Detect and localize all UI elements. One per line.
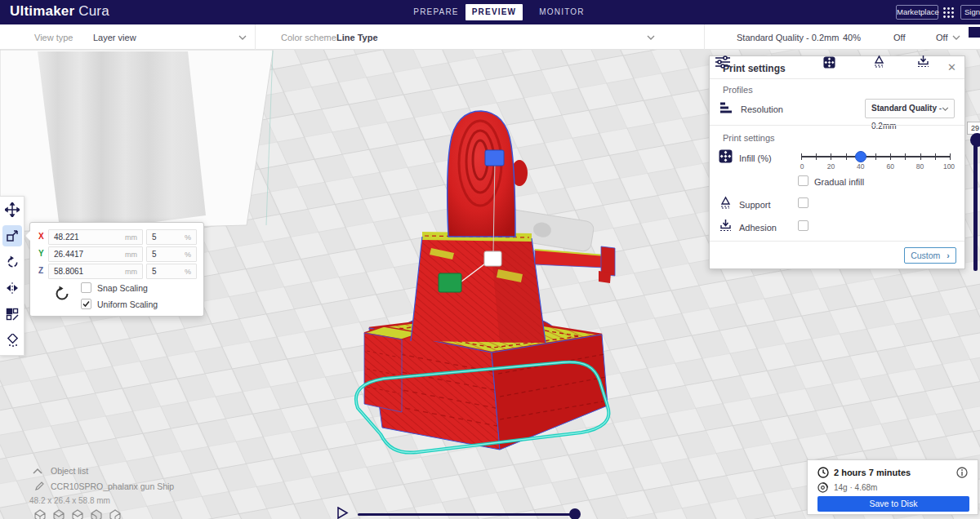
chevron-down-icon[interactable] (238, 35, 247, 40)
tab-preview[interactable]: PREVIEW (466, 4, 523, 20)
chevron-right-icon: › (947, 251, 950, 260)
support-label: Support (739, 200, 771, 210)
scale-x-pct-input[interactable]: 5% (146, 229, 197, 245)
rotate-tool-button[interactable] (0, 249, 24, 275)
resolution-dropdown[interactable]: Standard Quality - 0.2mm (865, 99, 955, 118)
tick-label: 40 (857, 162, 864, 171)
collapse-caret-icon[interactable] (33, 468, 42, 474)
axis-z-label: Z (38, 266, 43, 275)
snap-scaling-label: Snap Scaling (97, 283, 148, 293)
scale-tool-button[interactable] (0, 223, 24, 249)
brim-outline (356, 362, 608, 453)
chevron-down-icon[interactable] (647, 35, 655, 40)
infill-slider-track[interactable] (801, 156, 950, 157)
simulation-scrubber-handle[interactable] (569, 508, 581, 519)
scale-tool-panel: X 48.221mm 5% Y 26.4417mm 5% Z 58.8061mm… (29, 222, 204, 317)
chevron-down-icon[interactable] (952, 35, 960, 40)
material-estimate: 14g · 4.68m (834, 483, 877, 492)
pencil-icon (34, 481, 45, 491)
print-settings-section-label: Print settings (723, 133, 775, 143)
support-checkbox[interactable] (798, 197, 808, 208)
scale-y-mm-input[interactable]: 26.4417mm (48, 246, 143, 262)
profiles-section-label: Profiles (723, 85, 753, 95)
view-type-value[interactable]: Layer view (93, 33, 136, 42)
tool-column (0, 196, 24, 356)
scale-handle-y[interactable] (439, 273, 461, 292)
gray-slab-object (485, 206, 595, 252)
layer-slider-track[interactable] (973, 142, 978, 271)
logo-ultimaker: Ultimaker (10, 3, 74, 19)
layers-icon (719, 100, 733, 115)
axis-y-label: Y (38, 249, 44, 258)
scale-handle-z[interactable] (485, 150, 504, 166)
infill-label: Infill (%) (739, 153, 772, 163)
tick-label: 20 (827, 162, 835, 171)
adhesion-icon (916, 55, 930, 69)
infill-summary-value: 40% (843, 33, 861, 42)
scale-z-mm-input[interactable]: 58.8061mm (48, 264, 143, 279)
infill-icon (719, 149, 733, 163)
per-model-settings-button[interactable] (0, 301, 24, 327)
play-icon[interactable] (336, 507, 350, 519)
object-dimensions: 48.2 x 26.4 x 58.8 mm (29, 496, 110, 505)
profile-summary[interactable]: Standard Quality - 0.2mm (737, 33, 839, 42)
logo-cura: Cura (78, 3, 109, 19)
sliders-icon (715, 55, 730, 69)
color-scheme-value[interactable]: Line Type (336, 33, 378, 42)
support-summary-value: Off (893, 33, 905, 42)
scale-x-mm-input[interactable]: 48.221mm (48, 229, 143, 245)
tab-prepare[interactable]: PREPARE (406, 0, 466, 24)
resolution-value: Standard Quality (871, 104, 937, 113)
move-tool-button[interactable] (0, 197, 24, 223)
scale-z-pct-input[interactable]: 5% (146, 264, 197, 279)
mirror-tool-button[interactable] (0, 275, 24, 301)
scale-y-pct-input[interactable]: 5% (146, 246, 197, 262)
back-wall (0, 50, 273, 232)
gradual-infill-checkbox[interactable] (798, 175, 808, 186)
camera-view-presets[interactable] (33, 509, 127, 519)
gray-curtain-object (38, 51, 206, 224)
support-blocker-button[interactable] (0, 327, 24, 353)
infill-icon (823, 56, 835, 69)
infill-slider-handle[interactable] (855, 151, 866, 162)
tick-label: 0 (800, 162, 804, 171)
custom-settings-button[interactable]: Custom › (904, 247, 956, 264)
object-list-title[interactable]: Object list (51, 466, 88, 476)
close-icon[interactable]: ✕ (947, 61, 956, 73)
tick-label: 100 (943, 162, 955, 171)
tick-label: 60 (886, 162, 893, 171)
color-scheme-label: Color scheme (281, 33, 336, 42)
print-time-estimate: 2 hours 7 minutes (834, 468, 911, 477)
uniform-scaling-label: Uniform Scaling (97, 299, 158, 309)
layer-slider-handle[interactable] (970, 133, 980, 147)
support-icon (872, 55, 886, 69)
clock-icon (817, 467, 829, 478)
cura-window: Ultimaker Cura PREPARE PREVIEW MONITOR M… (0, 0, 980, 519)
material-spool-icon (817, 482, 828, 493)
info-icon[interactable] (956, 467, 968, 478)
tab-monitor[interactable]: MONITOR (531, 0, 593, 24)
save-to-disk-button[interactable]: Save to Disk (817, 496, 969, 512)
apps-grid-icon[interactable] (942, 7, 955, 19)
signin-button[interactable]: Sign in (960, 5, 980, 20)
adhesion-label: Adhesion (739, 223, 777, 233)
axis-x-label: X (38, 232, 44, 241)
resolution-label: Resolution (741, 104, 783, 114)
app-logo: Ultimaker Cura (10, 3, 109, 20)
reset-icon[interactable] (53, 285, 71, 303)
simulation-scrubber-track[interactable] (358, 513, 580, 516)
adhesion-summary-value: Off (936, 33, 947, 42)
object-name[interactable]: CCR10SPRO_phalanx gun Ship (51, 481, 174, 491)
marketplace-button[interactable]: Marketplace (896, 5, 938, 20)
support-icon (719, 196, 733, 210)
chevron-down-icon (942, 107, 949, 111)
uniform-scaling-checkbox[interactable] (81, 299, 91, 309)
app-header: Ultimaker Cura PREPARE PREVIEW MONITOR M… (0, 0, 980, 24)
snap-scaling-checkbox[interactable] (81, 282, 91, 293)
check-icon (82, 299, 91, 308)
sliced-model (364, 111, 615, 450)
clipped-edge-element (969, 27, 980, 38)
scale-handle-center[interactable] (484, 251, 501, 266)
adhesion-checkbox[interactable] (798, 220, 808, 231)
job-summary-panel: 2 hours 7 minutes 14g · 4.68m Save to Di… (807, 459, 978, 515)
